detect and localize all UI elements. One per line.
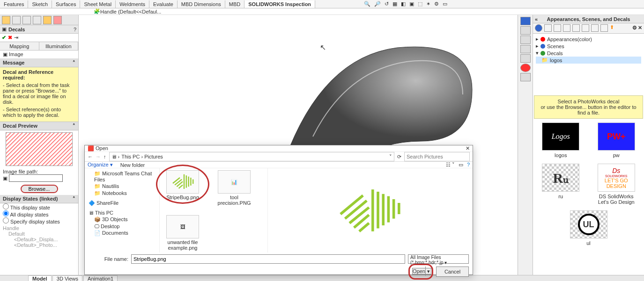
tp-tab-view[interactable] — [520, 36, 531, 44]
tab-evaluate[interactable]: Evaluate — [149, 0, 178, 8]
preview-section-header[interactable]: Decal Preview˄ — [0, 122, 78, 130]
tree-decals[interactable]: ▾Decals — [536, 50, 641, 57]
dialog-close-icon[interactable]: ✕ — [466, 145, 470, 151]
open-button[interactable]: Open▾ — [412, 268, 431, 274]
view-settings-icon[interactable]: ⚙ — [434, 1, 439, 7]
apply-scene-icon[interactable]: ✶ — [426, 1, 430, 7]
up-icon[interactable]: ⬆ — [610, 24, 617, 32]
section-view-icon[interactable]: ▦ — [392, 1, 397, 7]
tab-mbddim[interactable]: MBD Dimensions — [178, 0, 225, 8]
tab-sketch[interactable]: Sketch — [28, 0, 52, 8]
ifp-input[interactable] — [9, 174, 63, 182]
pushpin-icon[interactable]: ⇥ — [14, 35, 18, 41]
organize-button[interactable]: Organize ▾ — [88, 162, 113, 168]
tp-tab-resources[interactable] — [520, 17, 531, 25]
pm-tab-illum[interactable]: Illumination — [39, 42, 79, 50]
collapse-icon[interactable]: ˄ — [73, 196, 75, 202]
tab-surfaces[interactable]: Surfaces — [52, 0, 80, 8]
cancel-icon[interactable]: ✖ — [8, 35, 12, 41]
gear-icon[interactable]: ⚙ — [632, 23, 637, 32]
cam-mgr-icon[interactable] — [53, 16, 62, 24]
search-input[interactable] — [404, 152, 470, 161]
filename-input[interactable] — [131, 254, 405, 264]
ds-radio-all[interactable]: All display states — [0, 210, 78, 217]
zoom-area-icon[interactable]: 🔎 — [374, 1, 381, 7]
tab-weldments[interactable]: Weldments — [116, 0, 149, 8]
nav-up-icon[interactable]: ↑ — [104, 154, 106, 159]
preview-toggle-icon[interactable]: ▭ — [459, 162, 463, 168]
side-nautilis[interactable]: 📁 Nautilis — [87, 183, 157, 190]
property-mgr-icon[interactable] — [12, 16, 21, 24]
ds-disp[interactable]: <Default>_Displa... — [3, 237, 75, 242]
display-states-header[interactable]: Display States (linked)˄ — [0, 195, 78, 203]
pm-tab-image[interactable]: ▣ Image — [0, 50, 78, 59]
browse-button[interactable]: Browse... — [21, 185, 58, 193]
ok-icon[interactable]: ✔ — [2, 35, 6, 41]
address-bar[interactable]: 🖥 › This PC › Pictures˅ — [109, 152, 395, 161]
tp-tab-design[interactable] — [520, 26, 531, 35]
pm-tab-mapping[interactable]: Mapping — [0, 42, 39, 50]
filetype-filter[interactable]: All Image Files (*.bmp;*.hdr;*.jp ▾ — [408, 254, 469, 264]
zoom-fit-icon[interactable]: 🔍 — [364, 1, 370, 7]
config-mgr-icon[interactable] — [22, 16, 31, 24]
tp-icon5[interactable] — [582, 24, 589, 32]
dialog-help-icon[interactable]: ? — [467, 162, 470, 168]
file-stripebug[interactable]: StripeBug.png — [162, 170, 204, 206]
side-sharefile[interactable]: 🔷 ShareFile — [87, 200, 157, 207]
tp-tab-forum[interactable] — [520, 73, 531, 81]
side-desktop[interactable]: 🖵 Desktop — [87, 223, 157, 230]
tree-scenes[interactable]: ▸Scenes — [536, 43, 641, 50]
breadcrumb[interactable]: Handle (Default<<Defaul... — [100, 9, 161, 14]
render-icon[interactable]: ▭ — [443, 1, 447, 7]
tab-sheetmetal[interactable]: Sheet Metal — [80, 0, 116, 8]
help-icon[interactable]: ? — [74, 27, 76, 32]
tp-icon7[interactable] — [600, 24, 608, 32]
ds-default[interactable]: Default — [3, 231, 75, 237]
tp-icon2[interactable] — [554, 24, 561, 32]
view-mode-icon[interactable]: ☷ ˅ — [446, 162, 455, 168]
side-thispc[interactable]: 🖥 This PC — [87, 209, 157, 216]
thumb-logos[interactable]: Logos logos — [540, 122, 582, 158]
prev-view-icon[interactable]: ↺ — [385, 1, 389, 7]
tp-tab-custom[interactable] — [520, 54, 531, 63]
tree-logos[interactable]: 📁 logos — [536, 57, 641, 64]
side-3dobjects[interactable]: 📦 3D Objects — [87, 216, 157, 223]
display-style-icon[interactable]: ◧ — [401, 1, 406, 7]
nav-fwd-icon[interactable]: → — [96, 154, 101, 159]
tab-features[interactable]: Features — [0, 0, 28, 8]
tree-appearances[interactable]: ▸Appearances(color) — [536, 36, 641, 43]
tab-model[interactable]: Model — [28, 275, 52, 281]
tab-3dviews[interactable]: 3D Views — [52, 275, 82, 281]
tab-mbd[interactable]: MBD — [225, 0, 244, 8]
message-section-header[interactable]: Message˄ — [0, 59, 78, 67]
tp-icon3[interactable] — [563, 24, 570, 32]
thumb-ru[interactable]: Rᵤ ru — [540, 164, 582, 205]
thumb-pw[interactable]: PW+ pw — [595, 122, 637, 158]
cancel-button[interactable]: Cancel — [436, 267, 469, 277]
tab-inspection[interactable]: SOLIDWORKS Inspection — [244, 0, 315, 8]
tp-icon1[interactable] — [544, 24, 552, 32]
tp-icon6[interactable] — [591, 24, 599, 32]
back-icon[interactable] — [535, 24, 542, 32]
side-teams[interactable]: 📁 Microsoft Teams Chat Files — [87, 170, 157, 183]
tp-collapse-icon[interactable]: « — [535, 15, 538, 23]
collapse-icon[interactable]: ˄ — [73, 123, 75, 129]
feature-mgr-icon[interactable] — [2, 16, 10, 24]
ds-radio-spec[interactable]: Specify display states — [0, 217, 78, 224]
side-notebooks[interactable]: 📁 Notebooks — [87, 190, 157, 197]
open-dropdown-icon[interactable]: ▾ — [425, 267, 431, 276]
tp-icon4[interactable] — [572, 24, 580, 32]
ds-photo[interactable]: <Default>_Photo... — [3, 242, 75, 248]
tp-tab-render[interactable] — [520, 64, 531, 72]
close-icon[interactable]: ✕ — [638, 23, 642, 32]
side-documents[interactable]: 📄 Documents — [87, 230, 157, 237]
cube-icon[interactable]: ⬚ — [418, 1, 422, 7]
display-mgr-icon[interactable] — [43, 16, 52, 24]
new-folder-button[interactable]: New folder — [120, 162, 145, 168]
dimxpert-mgr-icon[interactable] — [33, 16, 41, 24]
hide-show-icon[interactable]: ▣ — [409, 1, 414, 7]
tp-tab-appearances[interactable] — [520, 45, 531, 53]
thumb-ds[interactable]: DsSOLIDWORKSLET'S GO DESIGN DS SolidWork… — [595, 164, 637, 205]
collapse-icon[interactable]: ˄ — [73, 60, 75, 66]
file-toolprecision[interactable]: 📊 tool precision.PNG — [213, 170, 255, 206]
